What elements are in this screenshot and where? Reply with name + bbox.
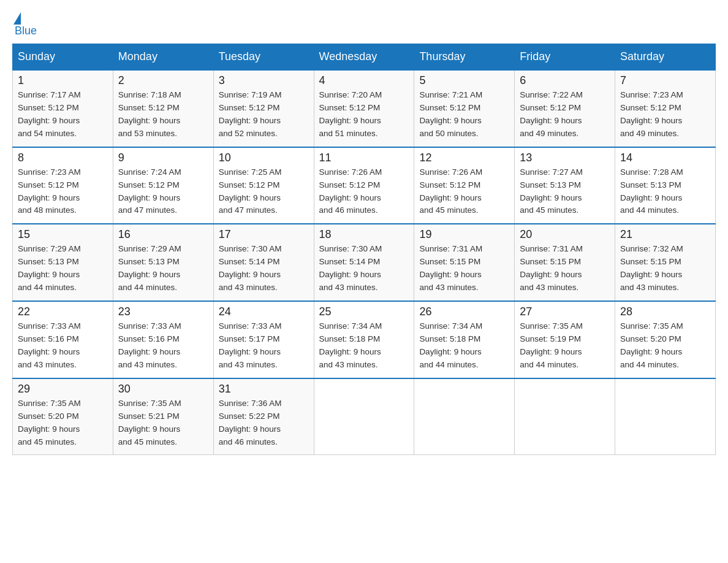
calendar-cell — [414, 378, 515, 455]
day-number: 11 — [319, 151, 409, 164]
day-number: 8 — [18, 151, 108, 164]
day-number: 21 — [620, 228, 710, 241]
day-number: 28 — [620, 305, 710, 318]
calendar-cell: 25Sunrise: 7:34 AMSunset: 5:18 PMDayligh… — [314, 301, 414, 378]
day-info: Sunrise: 7:28 AMSunset: 5:13 PMDaylight:… — [620, 166, 710, 218]
day-number: 22 — [18, 305, 108, 318]
calendar-cell: 26Sunrise: 7:34 AMSunset: 5:18 PMDayligh… — [414, 301, 515, 378]
calendar-cell: 5Sunrise: 7:21 AMSunset: 5:12 PMDaylight… — [414, 70, 515, 147]
day-number: 5 — [419, 74, 509, 87]
calendar-cell: 2Sunrise: 7:18 AMSunset: 5:12 PMDaylight… — [113, 70, 213, 147]
day-info: Sunrise: 7:23 AMSunset: 5:12 PMDaylight:… — [18, 166, 108, 218]
calendar-cell: 28Sunrise: 7:35 AMSunset: 5:20 PMDayligh… — [615, 301, 716, 378]
calendar-cell: 22Sunrise: 7:33 AMSunset: 5:16 PMDayligh… — [13, 301, 113, 378]
day-info: Sunrise: 7:29 AMSunset: 5:13 PMDaylight:… — [118, 243, 208, 294]
day-number: 2 — [118, 74, 208, 87]
calendar-cell: 1Sunrise: 7:17 AMSunset: 5:12 PMDaylight… — [13, 70, 113, 147]
day-number: 14 — [620, 151, 710, 164]
calendar-cell: 10Sunrise: 7:25 AMSunset: 5:12 PMDayligh… — [213, 147, 314, 224]
calendar-header-tuesday: Tuesday — [213, 44, 314, 71]
day-number: 1 — [18, 74, 108, 87]
calendar-cell: 19Sunrise: 7:31 AMSunset: 5:15 PMDayligh… — [414, 224, 515, 301]
logo-subtitle: Blue — [15, 25, 37, 37]
calendar-cell: 4Sunrise: 7:20 AMSunset: 5:12 PMDaylight… — [314, 70, 414, 147]
day-info: Sunrise: 7:35 AMSunset: 5:20 PMDaylight:… — [620, 320, 710, 372]
day-info: Sunrise: 7:33 AMSunset: 5:17 PMDaylight:… — [219, 320, 309, 372]
day-info: Sunrise: 7:27 AMSunset: 5:13 PMDaylight:… — [520, 166, 610, 218]
day-info: Sunrise: 7:35 AMSunset: 5:19 PMDaylight:… — [520, 320, 610, 372]
calendar-cell — [515, 378, 615, 455]
day-info: Sunrise: 7:29 AMSunset: 5:13 PMDaylight:… — [18, 243, 108, 294]
calendar-cell: 12Sunrise: 7:26 AMSunset: 5:12 PMDayligh… — [414, 147, 515, 224]
day-number: 24 — [219, 305, 309, 318]
calendar-week-row: 29Sunrise: 7:35 AMSunset: 5:20 PMDayligh… — [13, 378, 716, 455]
day-info: Sunrise: 7:18 AMSunset: 5:12 PMDaylight:… — [118, 89, 208, 140]
day-info: Sunrise: 7:30 AMSunset: 5:14 PMDaylight:… — [219, 243, 309, 294]
calendar-cell: 18Sunrise: 7:30 AMSunset: 5:14 PMDayligh… — [314, 224, 414, 301]
day-info: Sunrise: 7:20 AMSunset: 5:12 PMDaylight:… — [319, 89, 409, 140]
day-info: Sunrise: 7:17 AMSunset: 5:12 PMDaylight:… — [18, 89, 108, 140]
day-info: Sunrise: 7:31 AMSunset: 5:15 PMDaylight:… — [520, 243, 610, 294]
calendar-header-thursday: Thursday — [414, 44, 515, 71]
day-number: 26 — [419, 305, 509, 318]
calendar-cell — [314, 378, 414, 455]
day-number: 12 — [419, 151, 509, 164]
calendar-cell: 8Sunrise: 7:23 AMSunset: 5:12 PMDaylight… — [13, 147, 113, 224]
day-info: Sunrise: 7:31 AMSunset: 5:15 PMDaylight:… — [419, 243, 509, 294]
day-number: 16 — [118, 228, 208, 241]
calendar-week-row: 22Sunrise: 7:33 AMSunset: 5:16 PMDayligh… — [13, 301, 716, 378]
calendar-week-row: 1Sunrise: 7:17 AMSunset: 5:12 PMDaylight… — [13, 70, 716, 147]
calendar-cell: 31Sunrise: 7:36 AMSunset: 5:22 PMDayligh… — [213, 378, 314, 455]
day-info: Sunrise: 7:19 AMSunset: 5:12 PMDaylight:… — [219, 89, 309, 140]
day-info: Sunrise: 7:36 AMSunset: 5:22 PMDaylight:… — [219, 397, 309, 449]
calendar-cell: 3Sunrise: 7:19 AMSunset: 5:12 PMDaylight… — [213, 70, 314, 147]
day-info: Sunrise: 7:35 AMSunset: 5:20 PMDaylight:… — [18, 397, 108, 449]
day-number: 7 — [620, 74, 710, 87]
day-info: Sunrise: 7:26 AMSunset: 5:12 PMDaylight:… — [319, 166, 409, 218]
calendar-cell: 9Sunrise: 7:24 AMSunset: 5:12 PMDaylight… — [113, 147, 213, 224]
logo-triangle-icon — [13, 12, 21, 25]
calendar-header-friday: Friday — [515, 44, 615, 71]
day-number: 23 — [118, 305, 208, 318]
day-number: 29 — [18, 383, 108, 396]
calendar-cell: 21Sunrise: 7:32 AMSunset: 5:15 PMDayligh… — [615, 224, 716, 301]
page-header: Blue — [12, 12, 716, 37]
calendar-cell: 16Sunrise: 7:29 AMSunset: 5:13 PMDayligh… — [113, 224, 213, 301]
calendar-header-monday: Monday — [113, 44, 213, 71]
day-info: Sunrise: 7:35 AMSunset: 5:21 PMDaylight:… — [118, 397, 208, 449]
day-number: 15 — [18, 228, 108, 241]
calendar-cell: 30Sunrise: 7:35 AMSunset: 5:21 PMDayligh… — [113, 378, 213, 455]
logo: Blue — [12, 12, 37, 37]
calendar-cell: 7Sunrise: 7:23 AMSunset: 5:12 PMDaylight… — [615, 70, 716, 147]
calendar-header-row: SundayMondayTuesdayWednesdayThursdayFrid… — [13, 44, 716, 71]
day-info: Sunrise: 7:34 AMSunset: 5:18 PMDaylight:… — [419, 320, 509, 372]
calendar-cell: 27Sunrise: 7:35 AMSunset: 5:19 PMDayligh… — [515, 301, 615, 378]
day-number: 13 — [520, 151, 610, 164]
calendar-cell: 13Sunrise: 7:27 AMSunset: 5:13 PMDayligh… — [515, 147, 615, 224]
day-number: 4 — [319, 74, 409, 87]
day-number: 18 — [319, 228, 409, 241]
day-number: 19 — [419, 228, 509, 241]
calendar-cell: 23Sunrise: 7:33 AMSunset: 5:16 PMDayligh… — [113, 301, 213, 378]
day-info: Sunrise: 7:33 AMSunset: 5:16 PMDaylight:… — [18, 320, 108, 372]
day-number: 20 — [520, 228, 610, 241]
day-number: 30 — [118, 383, 208, 396]
day-number: 25 — [319, 305, 409, 318]
calendar-table: SundayMondayTuesdayWednesdayThursdayFrid… — [12, 44, 716, 455]
day-info: Sunrise: 7:32 AMSunset: 5:15 PMDaylight:… — [620, 243, 710, 294]
calendar-week-row: 15Sunrise: 7:29 AMSunset: 5:13 PMDayligh… — [13, 224, 716, 301]
day-info: Sunrise: 7:33 AMSunset: 5:16 PMDaylight:… — [118, 320, 208, 372]
day-number: 9 — [118, 151, 208, 164]
day-info: Sunrise: 7:22 AMSunset: 5:12 PMDaylight:… — [520, 89, 610, 140]
day-info: Sunrise: 7:23 AMSunset: 5:12 PMDaylight:… — [620, 89, 710, 140]
calendar-cell: 15Sunrise: 7:29 AMSunset: 5:13 PMDayligh… — [13, 224, 113, 301]
calendar-cell: 11Sunrise: 7:26 AMSunset: 5:12 PMDayligh… — [314, 147, 414, 224]
calendar-header-saturday: Saturday — [615, 44, 716, 71]
day-info: Sunrise: 7:21 AMSunset: 5:12 PMDaylight:… — [419, 89, 509, 140]
day-number: 31 — [219, 383, 309, 396]
calendar-cell: 20Sunrise: 7:31 AMSunset: 5:15 PMDayligh… — [515, 224, 615, 301]
day-number: 17 — [219, 228, 309, 241]
day-info: Sunrise: 7:30 AMSunset: 5:14 PMDaylight:… — [319, 243, 409, 294]
calendar-cell: 17Sunrise: 7:30 AMSunset: 5:14 PMDayligh… — [213, 224, 314, 301]
day-info: Sunrise: 7:26 AMSunset: 5:12 PMDaylight:… — [419, 166, 509, 218]
